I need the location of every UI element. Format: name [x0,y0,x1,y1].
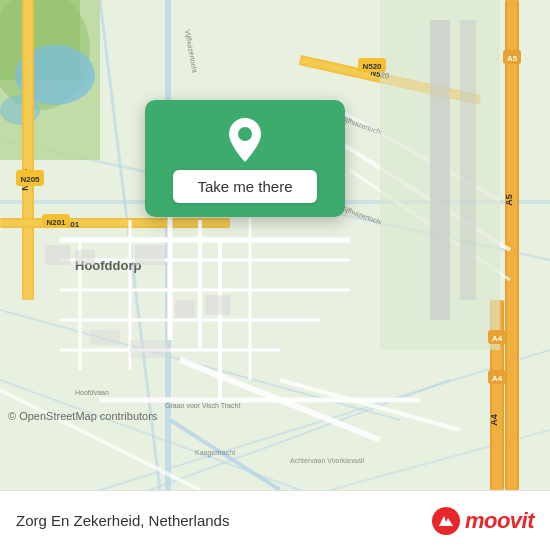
svg-rect-61 [205,295,230,315]
svg-rect-63 [130,340,170,358]
map-view[interactable]: N205 N201 N520 A5 A4 [0,0,550,490]
svg-text:A5: A5 [504,194,514,206]
svg-rect-65 [430,20,450,320]
location-pin-icon [227,118,263,162]
svg-text:N205: N205 [20,175,40,184]
svg-text:Kaagertracht: Kaagertracht [195,449,235,457]
take-me-there-button[interactable]: Take me there [173,170,316,203]
svg-rect-16 [24,0,32,300]
svg-point-79 [238,127,252,141]
bottom-bar: Zorg En Zekerheid, Netherlands moovit [0,490,550,550]
svg-text:A5: A5 [507,54,518,63]
svg-rect-58 [75,250,95,265]
svg-rect-59 [135,245,165,265]
svg-text:N201: N201 [46,218,66,227]
copyright-text: © OpenStreetMap contributors [8,410,157,422]
popup-header: Take me there [145,100,345,217]
svg-rect-57 [45,245,70,265]
svg-text:Achtervaan Voorkanaall: Achtervaan Voorkanaall [290,457,364,464]
svg-text:A4: A4 [489,414,499,426]
svg-text:A4: A4 [492,374,503,383]
moovit-logo-icon [431,506,461,536]
svg-rect-66 [460,20,476,300]
svg-rect-62 [90,330,120,345]
moovit-logo: moovit [431,506,534,536]
svg-text:Hoofdvaan: Hoofdvaan [75,389,109,396]
svg-rect-60 [175,300,195,318]
svg-rect-25 [507,0,517,490]
svg-point-80 [432,507,460,535]
location-name: Zorg En Zekerheid, Netherlands [16,512,229,529]
location-popup: Take me there [145,100,345,217]
svg-rect-19 [0,220,230,226]
svg-text:A4: A4 [492,334,503,343]
moovit-label: moovit [465,508,534,534]
svg-text:N520: N520 [362,62,382,71]
location-info: Zorg En Zekerheid, Netherlands [16,512,229,529]
svg-text:Graan voor Visch Tracht: Graan voor Visch Tracht [165,402,240,409]
